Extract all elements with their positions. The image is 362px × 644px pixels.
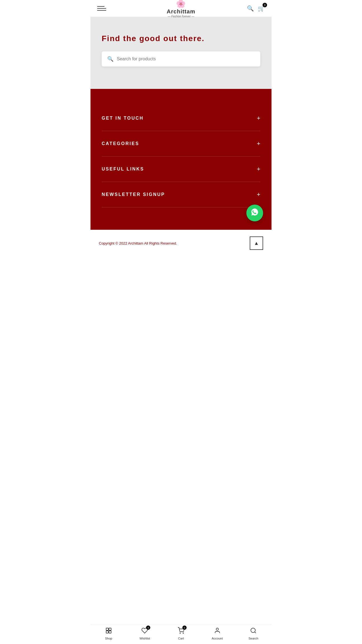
- logo-tagline: — Fashion forever —: [168, 15, 194, 18]
- whatsapp-icon: [251, 208, 259, 218]
- search-input[interactable]: [117, 56, 255, 61]
- footer-categories-toggle[interactable]: CATEGORIES +: [102, 140, 260, 147]
- copyright-text: Copyright © 2022 Archittam All Rights Re…: [99, 241, 177, 245]
- footer-get-in-touch-toggle[interactable]: GET IN TOUCH +: [102, 115, 260, 122]
- footer-useful-links: USEFUL LINKS +: [102, 157, 260, 182]
- header-search-icon[interactable]: 🔍: [247, 5, 254, 12]
- footer-categories: CATEGORIES +: [102, 131, 260, 157]
- search-section: Find the good out there. 🔍: [90, 17, 272, 89]
- footer-newsletter-icon: +: [257, 191, 260, 198]
- cart-button[interactable]: 🛒 0: [258, 5, 265, 12]
- footer-newsletter-toggle[interactable]: NEWSLETTER SIGNUP +: [102, 191, 260, 198]
- footer-useful-links-icon: +: [257, 165, 260, 173]
- menu-button[interactable]: [97, 6, 106, 11]
- logo-icon: 🌸: [176, 0, 186, 8]
- footer-categories-label: CATEGORIES: [102, 141, 139, 146]
- footer-useful-links-label: USEFUL LINKS: [102, 167, 144, 172]
- footer-dark: GET IN TOUCH + CATEGORIES + USEFUL LINKS…: [90, 89, 272, 230]
- footer-newsletter: NEWSLETTER SIGNUP +: [102, 182, 260, 207]
- footer-useful-links-toggle[interactable]: USEFUL LINKS +: [102, 165, 260, 173]
- header-icons: 🔍 🛒 0: [247, 5, 265, 12]
- back-to-top-button[interactable]: ▲: [250, 236, 263, 250]
- footer-newsletter-label: NEWSLETTER SIGNUP: [102, 192, 165, 197]
- search-box: 🔍: [102, 51, 260, 67]
- chevron-up-icon: ▲: [254, 240, 259, 246]
- search-heading: Find the good out there.: [102, 34, 260, 44]
- whatsapp-button[interactable]: [246, 205, 263, 221]
- search-box-icon: 🔍: [107, 56, 113, 62]
- footer-get-in-touch: GET IN TOUCH +: [102, 106, 260, 131]
- copyright-bar: Copyright © 2022 Archittam All Rights Re…: [90, 230, 272, 257]
- header: 🌸 Archittam — Fashion forever — 🔍 🛒 0: [90, 0, 272, 17]
- logo-name: Archittam: [167, 8, 195, 15]
- cart-badge: 0: [263, 3, 267, 7]
- logo[interactable]: 🌸 Archittam — Fashion forever —: [167, 0, 195, 18]
- footer-get-in-touch-icon: +: [257, 115, 260, 122]
- footer-get-in-touch-label: GET IN TOUCH: [102, 116, 144, 121]
- footer-categories-icon: +: [257, 140, 260, 147]
